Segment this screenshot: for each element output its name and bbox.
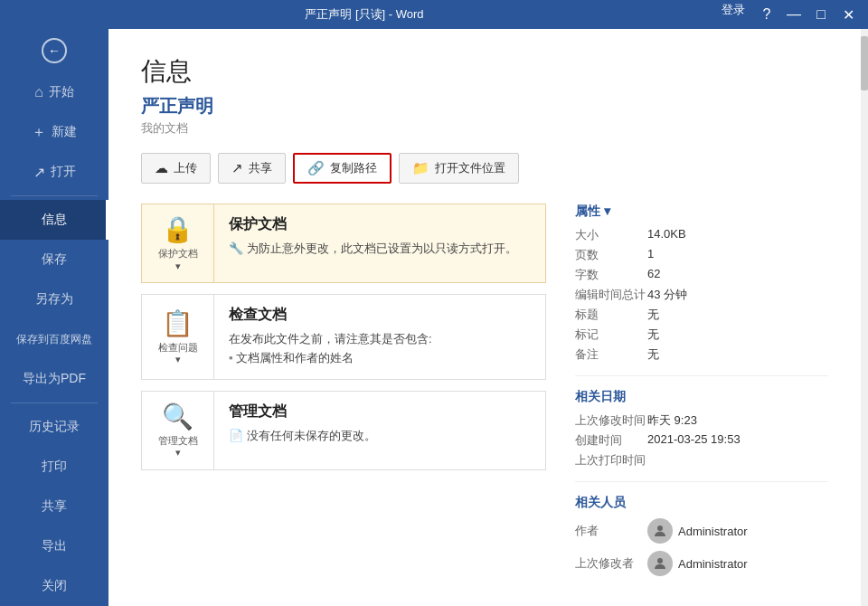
login-button[interactable]: 登录: [722, 2, 745, 27]
prop-edittime-value: 43 分钟: [647, 287, 687, 303]
sidebar-item-new[interactable]: ＋ 新建: [0, 112, 108, 152]
manage-card-icon-label: 管理文档▾: [158, 435, 198, 459]
scrollbar-track[interactable]: [861, 29, 868, 606]
prop-words-value: 62: [647, 267, 660, 283]
titlebar: 严正声明 [只读] - Word 登录 ? — □ ✕: [0, 0, 868, 29]
protect-icon-area[interactable]: 🔒 保护文档▾: [142, 204, 214, 282]
protect-card-body: 保护文档 🔧 为防止意外更改，此文档已设置为以只读方式打开。: [214, 204, 545, 282]
sidebar-item-close[interactable]: 关闭: [0, 566, 108, 606]
prop-size-value: 14.0KB: [647, 227, 686, 243]
sidebar-item-open[interactable]: ↗ 打开: [0, 152, 108, 192]
protect-card-desc: 🔧 为防止意外更改，此文档已设置为以只读方式打开。: [229, 240, 531, 259]
share-icon: ↗: [231, 160, 243, 176]
open-icon: ↗: [33, 164, 45, 181]
prop-title-value: 无: [647, 307, 659, 323]
upload-button[interactable]: ☁ 上传: [141, 153, 211, 184]
inspect-card-body: 检查文档 在发布此文件之前，请注意其是否包含: 文档属性和作者的姓名: [214, 295, 545, 379]
copy-path-icon: 🔗: [307, 160, 325, 176]
prop-size-label: 大小: [575, 227, 647, 243]
properties-title: 属性 ▾: [575, 204, 828, 220]
sidebar: ← ⌂ 开始 ＋ 新建 ↗ 打开 信息 保存 另存为 保存到百度网盘 导出为PD…: [0, 29, 108, 606]
share-label: 共享: [249, 160, 272, 176]
inspect-icon-area[interactable]: 📋 检查问题▾: [142, 295, 214, 379]
sidebar-item-save[interactable]: 保存: [0, 240, 108, 279]
app-body: ← ⌂ 开始 ＋ 新建 ↗ 打开 信息 保存 另存为 保存到百度网盘 导出为PD…: [0, 29, 868, 606]
prop-modified-row: 上次修改时间 昨天 9:23: [575, 412, 828, 429]
people-title: 相关人员: [575, 495, 828, 511]
author-avatar: [647, 518, 673, 544]
sidebar-separator-2: [11, 402, 98, 403]
author-row: 作者 Administrator: [575, 518, 828, 544]
prop-printed-label: 上次打印时间: [575, 452, 647, 469]
minimize-button[interactable]: —: [781, 2, 807, 27]
protect-card-title: 保护文档: [229, 215, 531, 234]
prop-tags-label: 标记: [575, 327, 647, 343]
prop-notes-row: 备注 无: [575, 346, 828, 363]
prop-pages-row: 页数 1: [575, 247, 828, 263]
doc-subtitle: 我的文档: [141, 120, 828, 137]
author-name: Administrator: [678, 525, 748, 538]
inspect-icon: 📋: [162, 308, 193, 338]
divider-2: [575, 481, 828, 482]
inspect-item-1: 文档属性和作者的姓名: [229, 349, 531, 368]
action-toolbar: ☁ 上传 ↗ 共享 🔗 复制路径 📁 打开文件位置: [141, 153, 828, 184]
svg-point-1: [657, 558, 663, 563]
titlebar-controls: 登录 ? — □ ✕: [722, 2, 861, 27]
prop-words-row: 字数 62: [575, 267, 828, 283]
inspect-card-desc: 在发布此文件之前，请注意其是否包含: 文档属性和作者的姓名: [229, 330, 531, 368]
dates-title: 相关日期: [575, 389, 828, 405]
home-icon: ⌂: [34, 84, 43, 100]
share-button[interactable]: ↗ 共享: [218, 153, 286, 184]
open-folder-button[interactable]: 📁 打开文件位置: [399, 153, 519, 184]
prop-edittime-row: 编辑时间总计 43 分钟: [575, 287, 828, 303]
upload-icon: ☁: [155, 160, 168, 176]
prop-title-row: 标题 无: [575, 307, 828, 323]
back-icon: ←: [42, 38, 67, 63]
sidebar-item-print[interactable]: 打印: [0, 447, 108, 487]
manage-icon-area[interactable]: 🔍 管理文档▾: [142, 392, 214, 469]
sidebar-item-export[interactable]: 导出: [0, 526, 108, 566]
copy-path-button[interactable]: 🔗 复制路径: [293, 153, 392, 184]
lock-icon: 🔒: [162, 214, 193, 244]
maximize-button[interactable]: □: [808, 2, 834, 27]
prop-pages-value: 1: [647, 247, 654, 263]
prop-words-label: 字数: [575, 267, 647, 283]
sidebar-item-history[interactable]: 历史记录: [0, 407, 108, 447]
info-cards: 🔒 保护文档▾ 保护文档 🔧 为防止意外更改，此文档已设置为以只读方式打开。 📋: [141, 204, 546, 583]
help-button[interactable]: ?: [754, 2, 779, 27]
dates-table: 上次修改时间 昨天 9:23 创建时间 2021-03-25 19:53 上次打…: [575, 412, 828, 469]
author-label: 作者: [575, 523, 647, 539]
sidebar-item-info[interactable]: 信息: [0, 200, 108, 240]
upload-label: 上传: [174, 160, 197, 176]
open-folder-label: 打开文件位置: [435, 160, 505, 176]
info-properties: 属性 ▾ 大小 14.0KB 页数 1 字数 62 编辑时间: [575, 204, 828, 583]
prop-printed-row: 上次打印时间: [575, 452, 828, 469]
copy-path-label: 复制路径: [330, 160, 377, 176]
protect-card: 🔒 保护文档▾ 保护文档 🔧 为防止意外更改，此文档已设置为以只读方式打开。: [141, 204, 546, 283]
close-button[interactable]: ✕: [835, 2, 861, 27]
sidebar-item-saveas[interactable]: 另存为: [0, 279, 108, 319]
manage-card-body: 管理文档 📄 没有任何未保存的更改。: [214, 392, 545, 469]
folder-icon: 📁: [412, 160, 429, 176]
scrollbar-thumb[interactable]: [861, 36, 868, 90]
back-button[interactable]: ←: [0, 29, 108, 72]
prop-tags-value: 无: [647, 327, 659, 343]
prop-edittime-label: 编辑时间总计: [575, 287, 647, 303]
prop-modified-value: 昨天 9:23: [647, 412, 697, 429]
sidebar-item-start[interactable]: ⌂ 开始: [0, 72, 108, 112]
sidebar-item-exportpdf[interactable]: 导出为PDF: [0, 359, 108, 399]
page-title: 信息: [141, 54, 828, 89]
prop-title-label: 标题: [575, 307, 647, 323]
modifier-label: 上次修改者: [575, 555, 647, 572]
prop-size-row: 大小 14.0KB: [575, 227, 828, 243]
protect-desc-icon: 🔧: [229, 241, 247, 255]
new-icon: ＋: [32, 123, 46, 142]
manage-icon: 🔍: [162, 402, 193, 431]
modifier-avatar: [647, 551, 673, 576]
manage-card-desc: 📄 没有任何未保存的更改。: [229, 427, 531, 446]
sidebar-item-savebaidu[interactable]: 保存到百度网盘: [0, 319, 108, 359]
protect-card-icon-label: 保护文档▾: [158, 248, 198, 271]
prop-created-label: 创建时间: [575, 432, 647, 449]
sidebar-item-share[interactable]: 共享: [0, 487, 108, 526]
prop-created-value: 2021-03-25 19:53: [647, 432, 741, 449]
